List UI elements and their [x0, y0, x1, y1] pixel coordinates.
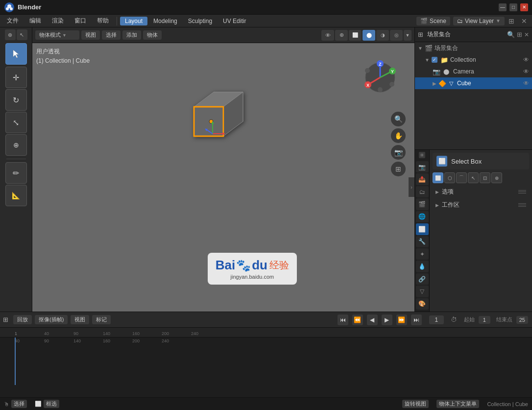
timeline-editor-type[interactable]: ⊞: [3, 316, 8, 323]
view-btn[interactable]: 视图: [71, 315, 89, 324]
mode-btn-other2[interactable]: ⊕: [491, 172, 502, 183]
measure-tool-button[interactable]: 📐: [5, 185, 27, 206]
camera-view-button[interactable]: 📷: [391, 145, 406, 160]
outliner-search-button[interactable]: 🔍: [507, 31, 515, 38]
playback-btn[interactable]: 回放: [13, 315, 32, 324]
select-tool-button[interactable]: [5, 43, 27, 65]
scene-collection-item[interactable]: ▼ 🎬 场景集合: [415, 42, 532, 54]
mode-btn-other1[interactable]: ⊡: [480, 172, 490, 183]
zoom-in-button[interactable]: 🔍: [391, 112, 406, 126]
ruler-label-160: 160: [132, 331, 140, 336]
props-tab-world[interactable]: 🌐: [416, 211, 429, 222]
viewport[interactable]: 用户透视 (1) Collection | Cube ›: [32, 43, 414, 312]
collection-item[interactable]: ▼ ✓ 📁 Collection 👁: [415, 54, 532, 66]
view-layer-selector[interactable]: 🗂 View Layer ▼: [453, 17, 505, 25]
shading-options-chevron[interactable]: ▼: [404, 30, 411, 41]
context-key: 物体上下文菜单: [436, 400, 479, 408]
menu-render[interactable]: 渲染: [47, 16, 69, 26]
props-tab-data[interactable]: ▽: [416, 286, 429, 297]
cube-eye-icon[interactable]: 👁: [523, 80, 529, 87]
viewport-select-mode[interactable]: ↖: [17, 29, 27, 40]
object-menu[interactable]: 物体: [143, 30, 162, 40]
keyframe-btn[interactable]: 抠像(插帧): [35, 315, 68, 324]
close-window-button[interactable]: ✕: [518, 16, 530, 26]
tab-layout[interactable]: Layout: [120, 17, 147, 25]
scale-tool-button[interactable]: ⤡: [5, 112, 27, 133]
menu-file[interactable]: 文件: [2, 16, 24, 26]
outliner-editor-type[interactable]: ⊞: [418, 31, 423, 38]
camera-item[interactable]: 📷 ⬤ Camera 👁: [415, 66, 532, 77]
menu-window[interactable]: 窗口: [70, 16, 91, 26]
props-tab-physics[interactable]: 💧: [416, 261, 429, 272]
play-back-button[interactable]: ◀: [367, 314, 378, 325]
view-menu[interactable]: 视图: [81, 30, 100, 40]
new-window-button[interactable]: ⊞: [506, 16, 517, 26]
gizmo-toggle[interactable]: ⊕: [335, 30, 348, 41]
navigation-gizmo[interactable]: Z Y X: [361, 58, 400, 97]
props-tab-constraints[interactable]: 🔗: [416, 273, 429, 285]
scene-selector[interactable]: 🎬 Scene: [416, 17, 450, 25]
object-mode-selector[interactable]: 物体模式 ▼: [35, 30, 79, 40]
mode-btn-lasso[interactable]: ⌒: [456, 172, 467, 183]
props-tab-output[interactable]: 📤: [416, 173, 429, 185]
jump-end-button[interactable]: ⏭: [411, 314, 422, 325]
tab-uv-editing[interactable]: UV Editir: [218, 17, 251, 25]
outliner-new-window[interactable]: ⊞: [517, 31, 522, 38]
workspace-section-header[interactable]: ▶ 工作区: [433, 199, 529, 211]
tab-sculpting[interactable]: Sculpting: [183, 17, 217, 25]
mode-btn-circle[interactable]: ⬡: [444, 172, 455, 183]
camera-eye-icon[interactable]: 👁: [523, 68, 529, 75]
collection-checkbox[interactable]: ✓: [432, 57, 437, 63]
play-button[interactable]: ▶: [382, 314, 392, 325]
cube-item[interactable]: ▶ 🔶 ▽ Cube 👁: [415, 77, 532, 89]
options-section-header[interactable]: ▶ 选项: [433, 186, 529, 197]
maximize-button[interactable]: □: [509, 3, 517, 11]
outliner-close[interactable]: ✕: [524, 31, 529, 38]
step-back-button[interactable]: ⏪: [352, 314, 363, 325]
current-frame-display[interactable]: 1: [429, 315, 444, 324]
add-menu[interactable]: 添加: [122, 30, 141, 40]
frame-end-input[interactable]: 25: [516, 316, 528, 324]
viewport-toolbar: 物体模式 ▼ 视图 选择 添加 物体 👁 ⊕ ⬜ ⬤ ◑ ◎ ▼: [32, 27, 414, 43]
transform-tool-button[interactable]: ⊕: [5, 134, 27, 156]
props-tab-scene[interactable]: 🎬: [416, 198, 429, 210]
props-tab-object[interactable]: ⬜: [416, 223, 429, 235]
editor-type-button[interactable]: ⊕: [5, 29, 16, 40]
ruler-label-1: 1: [15, 331, 17, 336]
tab-modeling[interactable]: Modeling: [148, 17, 182, 25]
viewport-shading-render[interactable]: ◎: [390, 30, 403, 41]
pan-button[interactable]: ✋: [391, 128, 406, 143]
vp-nav-buttons: 🔍 ✋ 📷 ⊞: [391, 112, 406, 176]
select-menu[interactable]: 选择: [102, 30, 121, 40]
mode-btn-box[interactable]: ⬜: [433, 172, 443, 183]
orthographic-button[interactable]: ⊞: [391, 162, 406, 176]
props-tab-modifier[interactable]: 🔧: [416, 236, 429, 247]
viewport-shading-solid[interactable]: ⬤: [363, 30, 375, 41]
annotate-tool-button[interactable]: ✏: [5, 162, 27, 184]
move-tool-button[interactable]: ✛: [5, 67, 27, 88]
props-tab-render[interactable]: 📷: [416, 161, 429, 172]
props-tab-particles[interactable]: ✦: [416, 248, 429, 260]
collection-eye-icon[interactable]: 👁: [523, 56, 529, 63]
viewport-shading-options[interactable]: 👁 ⊕ ⬜ ⬤ ◑ ◎ ▼: [321, 30, 411, 41]
collapse-right-button[interactable]: ›: [409, 177, 414, 197]
viewport-shading-material[interactable]: ◑: [376, 30, 389, 41]
frame-start-input[interactable]: 1: [479, 316, 490, 324]
menu-help[interactable]: 帮助: [92, 16, 114, 26]
props-editor-type[interactable]: ⊞: [419, 152, 425, 158]
minimize-button[interactable]: —: [499, 3, 507, 11]
rotate-tool-button[interactable]: ↻: [5, 89, 27, 111]
marker-btn[interactable]: 标记: [92, 315, 111, 324]
menu-edit[interactable]: 编辑: [24, 16, 46, 26]
jump-start-button[interactable]: ⏮: [338, 314, 348, 325]
step-forward-button[interactable]: ⏩: [396, 314, 407, 325]
timeline-content[interactable]: 40 90 140 160 200 240: [0, 338, 532, 385]
overlay-toggle[interactable]: 👁: [321, 30, 334, 41]
cube-object[interactable]: [184, 82, 258, 162]
mode-btn-tweak[interactable]: ↖: [468, 172, 479, 183]
viewport-shading-wire[interactable]: ⬜: [349, 30, 362, 41]
svg-point-29: [389, 82, 394, 87]
close-button[interactable]: ✕: [520, 3, 528, 11]
props-tab-view-layer[interactable]: 🗂: [416, 186, 429, 197]
props-tab-material[interactable]: 🎨: [416, 298, 429, 310]
